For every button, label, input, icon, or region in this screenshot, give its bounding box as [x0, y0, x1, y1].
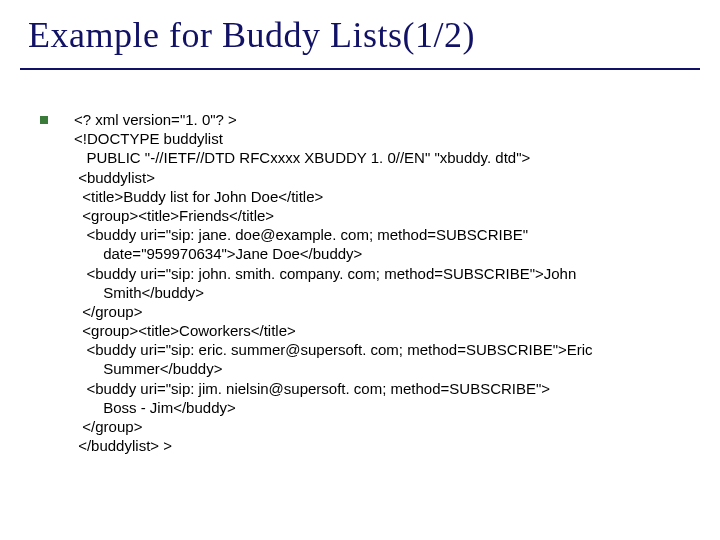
- slide-body: <? xml version="1. 0"? > <!DOCTYPE buddy…: [40, 110, 680, 455]
- slide: Example for Buddy Lists(1/2) <? xml vers…: [0, 0, 720, 540]
- bullet-row: <? xml version="1. 0"? > <!DOCTYPE buddy…: [40, 110, 680, 455]
- title-underline: [20, 68, 700, 70]
- code-block: <? xml version="1. 0"? > <!DOCTYPE buddy…: [74, 110, 593, 455]
- slide-title: Example for Buddy Lists(1/2): [28, 14, 700, 56]
- square-bullet-icon: [40, 116, 48, 124]
- title-area: Example for Buddy Lists(1/2): [28, 14, 700, 56]
